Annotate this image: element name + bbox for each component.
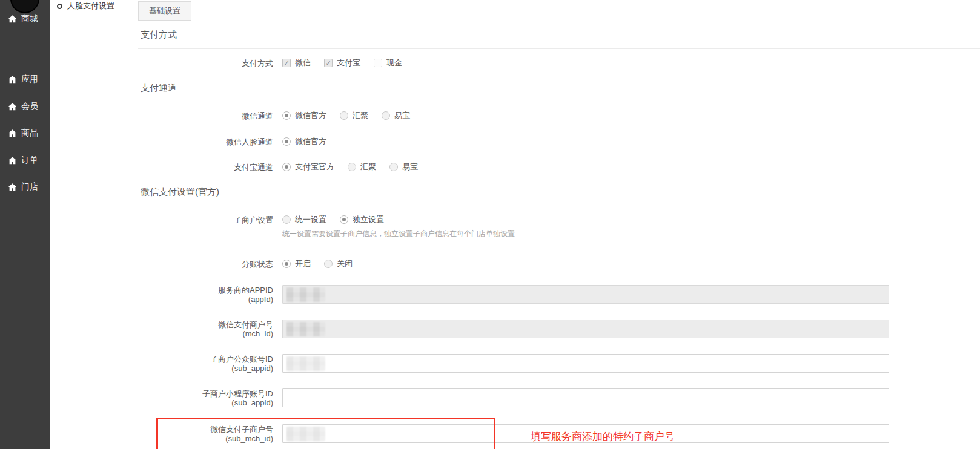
form-row-wechat-face-channel: 微信人脸通道 微信官方 (138, 136, 980, 147)
radio-split-on[interactable]: 开启 (282, 258, 311, 269)
radio-unselected-icon (324, 260, 333, 268)
radio-yibao[interactable]: 易宝 (389, 162, 418, 172)
radio-label: 汇聚 (353, 110, 368, 121)
radio-independent-setting[interactable]: 独立设置 (340, 214, 384, 225)
radio-huiju[interactable]: 汇聚 (348, 162, 376, 172)
field-label: 服务商的APPID (appId) (138, 286, 282, 304)
radio-yibao[interactable]: 易宝 (382, 110, 410, 121)
radio-unselected-icon (382, 111, 390, 120)
field-label-main: 子商户公众账号ID (210, 355, 273, 364)
radio-wechat-official[interactable]: 微信官方 (282, 110, 326, 121)
home-icon (8, 15, 17, 24)
checkbox-checked-icon (282, 59, 291, 67)
radio-huiju[interactable]: 汇聚 (340, 110, 368, 121)
main-sidebar: 商城 应用 会员 商品 订单 门店 (0, 0, 50, 449)
radio-selected-icon (282, 137, 291, 146)
field-label: 微信人脸通道 (138, 137, 282, 146)
radio-split-off[interactable]: 关闭 (324, 258, 353, 269)
sidebar-item-mall[interactable]: 商城 (8, 13, 38, 24)
field-label: 子商户小程序账号ID (sub_appid) (138, 389, 282, 407)
section-title-wechat-pay-settings: 微信支付设置(官方) (138, 186, 980, 206)
form-row-sub-appid-mp: 子商户公众账号ID (sub_appid) (138, 354, 980, 373)
sub-appid-mini-input[interactable] (282, 388, 889, 407)
field-label: 子商户设置 (138, 214, 282, 224)
checkbox-label: 微信 (295, 57, 311, 68)
radio-alipay-official[interactable]: 支付宝官方 (282, 162, 334, 172)
avatar[interactable] (10, 0, 39, 13)
app-window: 商城 应用 会员 商品 订单 门店 人脸支付设置 基础设置 (0, 0, 980, 449)
radio-unselected-icon (340, 111, 348, 120)
settings-panel: 基础设置 支付方式 支付方式 微信 支付宝 现金 支付通道 (122, 0, 980, 449)
sidebar-item-orders[interactable]: 订单 (8, 155, 38, 166)
radio-label: 易宝 (402, 162, 418, 172)
home-icon (8, 102, 17, 111)
checkbox-label: 现金 (386, 57, 402, 68)
checkbox-alipay[interactable]: 支付宝 (324, 57, 360, 68)
sidebar-item-label: 商品 (21, 128, 38, 139)
form-row-payment-method: 支付方式 微信 支付宝 现金 (138, 57, 980, 68)
radio-label: 易宝 (394, 110, 410, 121)
form-row-mch-id: 微信支付商户号 (mch_id) (138, 320, 980, 338)
submenu-item-face-pay-settings[interactable]: 人脸支付设置 (57, 1, 114, 11)
checkbox-wechat[interactable]: 微信 (282, 57, 311, 68)
radio-selected-icon (282, 111, 291, 120)
radio-label: 统一设置 (295, 214, 326, 225)
tab-basic-settings[interactable]: 基础设置 (138, 1, 191, 21)
form-row-sub-appid-mini: 子商户小程序账号ID (sub_appid) (138, 388, 980, 407)
field-label-main: 子商户小程序账号ID (202, 389, 273, 398)
radio-label: 关闭 (337, 258, 353, 269)
redacted-value (286, 356, 325, 371)
field-label: 微信支付商户号 (mch_id) (138, 320, 282, 338)
field-label: 微信通道 (138, 111, 282, 120)
mch-id-input[interactable] (282, 320, 889, 338)
radio-selected-icon (282, 260, 291, 268)
field-label: 子商户公众账号ID (sub_appid) (138, 355, 282, 373)
radio-label: 微信官方 (295, 110, 326, 121)
field-label: 支付方式 (138, 59, 282, 68)
form-row-split-status: 分账状态 开启 关闭 (138, 258, 980, 269)
home-icon (8, 75, 17, 84)
form-row-alipay-channel: 支付宝通道 支付宝官方 汇聚 易宝 (138, 162, 980, 172)
radio-unselected-icon (389, 163, 398, 171)
field-label-code: (sub_mch_id) (138, 434, 273, 443)
radio-unselected-icon (348, 163, 356, 171)
field-hint: 统一设置需要设置子商户信息，独立设置子商户信息在每个门店单独设置 (282, 229, 515, 239)
radio-label: 微信官方 (295, 136, 326, 147)
circle-bullet-icon (57, 4, 62, 9)
sidebar-item-members[interactable]: 会员 (8, 101, 38, 112)
radio-label: 独立设置 (353, 214, 384, 225)
annotation-text: 填写服务商添加的特约子商户号 (531, 430, 675, 444)
home-icon (8, 129, 17, 138)
radio-unified-setting[interactable]: 统一设置 (282, 214, 326, 225)
redacted-value (286, 287, 325, 302)
field-label: 分账状态 (138, 260, 282, 269)
radio-unselected-icon (282, 215, 291, 224)
sub-sidebar: 人脸支付设置 (50, 0, 122, 449)
redacted-value (286, 427, 325, 441)
sidebar-item-stores[interactable]: 门店 (8, 182, 38, 192)
checkbox-unchecked-icon (374, 59, 382, 67)
sp-appid-input[interactable] (282, 285, 889, 304)
field-label-main: 服务商的APPID (218, 286, 273, 295)
radio-label: 开启 (295, 258, 311, 269)
sidebar-item-label: 会员 (21, 101, 38, 112)
field-label: 微信支付子商户号 (sub_mch_id) (138, 425, 282, 443)
sidebar-item-apps[interactable]: 应用 (8, 74, 38, 85)
radio-selected-icon (340, 215, 348, 224)
field-label-main: 微信支付子商户号 (210, 425, 273, 434)
checkbox-label: 支付宝 (337, 57, 360, 68)
section-title-payment-method: 支付方式 (138, 29, 980, 49)
sub-appid-mp-input[interactable] (282, 354, 889, 373)
field-label-code: (appId) (138, 295, 273, 304)
home-icon (8, 183, 17, 192)
radio-label: 支付宝官方 (295, 162, 334, 172)
sidebar-item-goods[interactable]: 商品 (8, 128, 38, 139)
radio-wechat-official[interactable]: 微信官方 (282, 136, 326, 147)
form-row-sub-merchant-setting: 子商户设置 统一设置 独立设置 统一设置需要设置子商户信息，独立设置子商户信息在… (138, 214, 980, 239)
checkbox-cash[interactable]: 现金 (374, 57, 402, 68)
field-label-main: 微信支付商户号 (218, 320, 273, 329)
radio-label: 汇聚 (360, 162, 376, 172)
field-label-code: (mch_id) (138, 329, 273, 338)
home-icon (8, 156, 17, 165)
sidebar-item-label: 应用 (21, 74, 38, 85)
